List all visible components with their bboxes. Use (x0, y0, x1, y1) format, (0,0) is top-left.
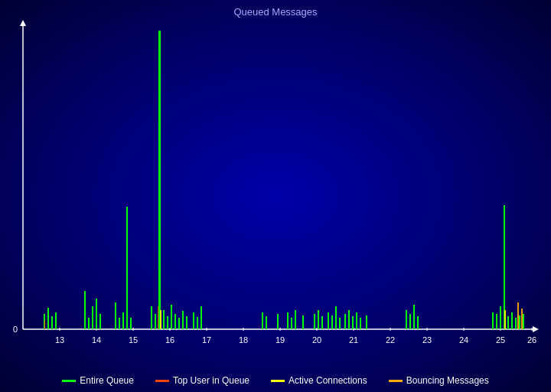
svg-rect-51 (167, 316, 168, 329)
svg-rect-71 (331, 315, 333, 329)
svg-rect-39 (92, 306, 93, 329)
svg-rect-34 (47, 308, 49, 329)
svg-rect-56 (186, 316, 187, 329)
legend-item-active-connections: Active Connections (271, 375, 367, 386)
legend-item-bouncing-messages: Bouncing Messages (389, 375, 489, 386)
legend-label-active-connections: Active Connections (289, 375, 367, 386)
svg-rect-40 (96, 299, 97, 329)
legend-color-entire-queue (62, 380, 76, 382)
svg-rect-44 (122, 312, 124, 329)
svg-rect-69 (321, 316, 323, 329)
svg-rect-81 (409, 314, 411, 329)
svg-rect-96 (521, 309, 523, 329)
svg-text:13: 13 (55, 335, 64, 345)
svg-rect-98 (158, 306, 158, 329)
svg-rect-68 (318, 310, 319, 329)
svg-text:22: 22 (386, 335, 395, 345)
svg-rect-76 (352, 316, 354, 329)
svg-rect-43 (119, 318, 120, 329)
svg-rect-45 (126, 207, 128, 329)
svg-text:0: 0 (13, 325, 18, 334)
svg-rect-53 (174, 314, 176, 329)
svg-text:20: 20 (312, 335, 321, 345)
svg-rect-95 (517, 302, 519, 329)
svg-rect-67 (314, 314, 315, 329)
svg-rect-41 (99, 314, 101, 329)
svg-rect-97 (44, 320, 45, 329)
svg-rect-36 (55, 312, 57, 329)
svg-text:19: 19 (276, 335, 285, 345)
svg-rect-85 (496, 314, 497, 329)
svg-rect-49 (158, 31, 161, 329)
legend-color-active-connections (271, 380, 285, 382)
svg-text:26: 26 (527, 335, 536, 345)
svg-rect-75 (348, 310, 350, 329)
svg-text:23: 23 (422, 335, 432, 345)
svg-rect-70 (328, 312, 329, 329)
svg-rect-59 (201, 306, 202, 329)
svg-text:25: 25 (496, 335, 505, 345)
svg-rect-86 (500, 306, 501, 329)
legend: Entire Queue Top User in Queue Active Co… (0, 375, 551, 386)
svg-rect-65 (295, 310, 296, 329)
svg-rect-66 (302, 315, 304, 329)
svg-rect-73 (339, 318, 341, 329)
svg-rect-94 (504, 310, 506, 329)
svg-rect-62 (277, 314, 279, 329)
svg-rect-90 (515, 318, 517, 329)
svg-text:14: 14 (92, 335, 101, 345)
svg-rect-42 (115, 302, 116, 329)
svg-rect-63 (287, 312, 289, 329)
svg-rect-78 (360, 318, 361, 329)
svg-rect-88 (507, 316, 509, 329)
svg-rect-48 (155, 314, 156, 329)
svg-text:18: 18 (239, 335, 248, 345)
svg-rect-72 (335, 306, 337, 329)
chart-container: Queued Messages 0 13 14 15 16 17 18 19 2… (0, 0, 551, 392)
svg-marker-2 (20, 20, 26, 26)
svg-text:24: 24 (459, 335, 468, 345)
legend-label-top-user: Top User in Queue (173, 375, 249, 386)
svg-rect-89 (511, 312, 513, 329)
svg-rect-82 (413, 305, 415, 329)
svg-rect-57 (193, 312, 194, 329)
legend-label-entire-queue: Entire Queue (80, 375, 134, 386)
svg-rect-60 (262, 312, 263, 329)
svg-rect-74 (344, 314, 346, 329)
legend-label-bouncing-messages: Bouncing Messages (406, 375, 489, 386)
svg-rect-46 (130, 318, 132, 329)
svg-text:17: 17 (202, 335, 211, 345)
legend-item-entire-queue: Entire Queue (62, 375, 134, 386)
svg-marker-3 (533, 326, 539, 332)
svg-rect-64 (291, 318, 292, 329)
svg-rect-79 (366, 315, 367, 329)
svg-rect-80 (406, 310, 407, 329)
svg-rect-47 (151, 306, 152, 329)
legend-color-bouncing-messages (389, 380, 403, 382)
svg-text:16: 16 (165, 335, 174, 345)
svg-rect-55 (182, 311, 184, 329)
svg-rect-58 (197, 317, 198, 329)
svg-rect-61 (266, 316, 267, 329)
svg-rect-38 (88, 318, 90, 329)
svg-rect-54 (178, 318, 180, 329)
svg-rect-52 (171, 305, 172, 329)
svg-rect-35 (51, 316, 53, 329)
svg-rect-92 (523, 314, 524, 329)
svg-rect-93 (160, 310, 161, 329)
svg-rect-37 (84, 291, 86, 329)
chart-svg: 0 13 14 15 16 17 18 19 20 21 22 23 24 25… (0, 15, 551, 360)
svg-text:21: 21 (349, 335, 358, 345)
svg-rect-50 (163, 310, 165, 329)
svg-text:15: 15 (129, 335, 138, 345)
svg-rect-83 (417, 316, 419, 329)
svg-rect-77 (356, 312, 357, 329)
svg-rect-84 (492, 312, 494, 329)
legend-item-top-user: Top User in Queue (155, 375, 249, 386)
legend-color-top-user (155, 380, 169, 382)
svg-rect-91 (519, 315, 520, 329)
